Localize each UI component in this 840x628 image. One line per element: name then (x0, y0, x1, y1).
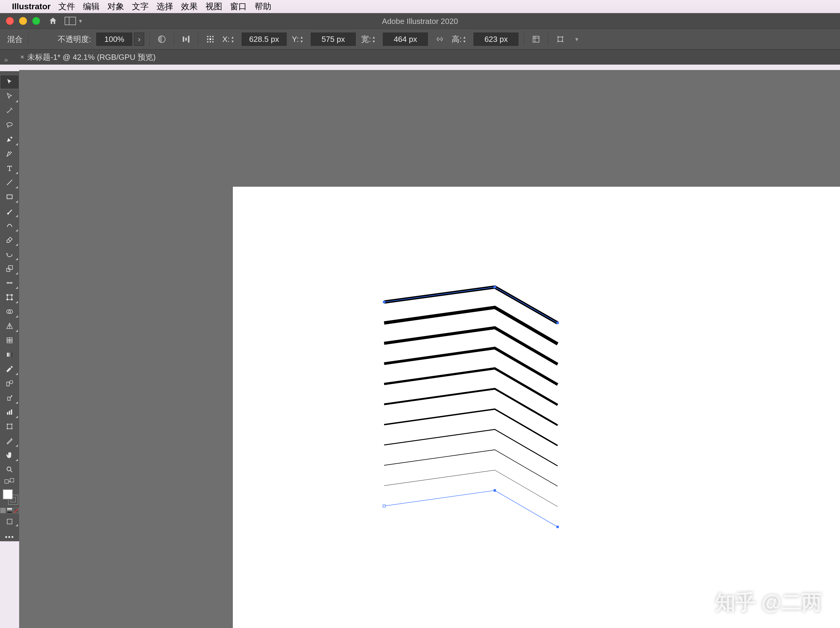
document-tab[interactable]: × 未标题-1* @ 42.1% (RGB/GPU 预览) (21, 52, 156, 63)
svg-rect-1 (183, 36, 184, 42)
recolor-icon[interactable] (155, 33, 169, 46)
svg-rect-30 (8, 397, 11, 401)
control-bar: 混合 不透明度: 100% › X: ▴▾ 628.5 px Y: ▴▾ 575… (0, 29, 840, 50)
color-mode-solid-icon[interactable] (0, 508, 6, 513)
color-mode-gradient-icon[interactable] (7, 508, 12, 513)
screen-mode-tool[interactable] (0, 516, 19, 527)
svg-point-21 (11, 294, 12, 295)
menu-view[interactable]: 视图 (205, 1, 222, 12)
shaper-tool[interactable] (0, 218, 19, 233)
h-group: 高: ▴▾ 623 px (452, 33, 518, 46)
w-stepper[interactable]: ▴▾ (373, 35, 381, 43)
home-icon[interactable] (49, 16, 57, 25)
menu-window[interactable]: 窗口 (230, 1, 247, 12)
artboard-tool[interactable] (0, 419, 19, 434)
menu-edit[interactable]: 编辑 (83, 1, 99, 12)
svg-rect-19 (7, 295, 12, 299)
eyedropper-tool[interactable] (0, 362, 19, 376)
document-tab-label: 未标题-1* @ 42.1% (RGB/GPU 预览) (27, 52, 156, 63)
gradient-tool[interactable] (0, 347, 19, 362)
width-tool[interactable] (0, 276, 19, 290)
color-mode-row[interactable] (0, 508, 19, 513)
scale-tool[interactable] (0, 261, 19, 276)
hand-tool[interactable] (0, 448, 19, 462)
curvature-tool[interactable] (0, 147, 19, 161)
svg-rect-42 (383, 505, 385, 507)
reference-point-icon[interactable] (204, 33, 217, 46)
y-stepper[interactable]: ▴▾ (301, 35, 309, 43)
rectangle-tool[interactable] (0, 189, 19, 204)
toggle-fill-stroke-icon[interactable] (0, 477, 19, 485)
free-transform-tool[interactable] (0, 290, 19, 305)
h-stepper[interactable]: ▴▾ (463, 35, 472, 43)
align-panel-icon[interactable] (180, 33, 193, 46)
watermark-text: 知乎 @二两 (715, 589, 822, 616)
x-input[interactable]: 628.5 px (242, 33, 287, 46)
line-tool[interactable] (0, 175, 19, 189)
app-title: Adobe Illustrator 2020 (382, 17, 458, 26)
symbol-sprayer-tool[interactable] (0, 391, 19, 405)
rotate-tool[interactable] (0, 247, 19, 261)
slice-tool[interactable] (0, 434, 19, 448)
transform-panel-icon[interactable] (554, 33, 567, 46)
svg-rect-38 (7, 519, 12, 524)
transform-dropdown-icon[interactable]: ▾ (575, 36, 578, 43)
window-controls (6, 17, 40, 25)
app-name-menu[interactable]: Illustrator (12, 2, 51, 11)
direct-selection-tool[interactable] (0, 89, 19, 104)
svg-rect-41 (556, 322, 559, 324)
perspective-tool[interactable] (0, 319, 19, 333)
artboard[interactable] (233, 186, 840, 628)
svg-point-15 (7, 123, 13, 126)
opacity-dropdown-icon[interactable]: › (134, 33, 144, 46)
magic-wand-tool[interactable] (0, 104, 19, 118)
h-input[interactable]: 623 px (474, 33, 518, 46)
mac-menubar: Illustrator 文件 编辑 对象 文字 选择 效果 视图 窗口 帮助 (0, 0, 840, 13)
opacity-label: 不透明度: (58, 34, 91, 44)
shape-builder-tool[interactable] (0, 305, 19, 319)
x-stepper[interactable]: ▴▾ (232, 35, 240, 43)
canvas-area[interactable] (19, 70, 840, 628)
menu-object[interactable]: 对象 (107, 1, 124, 12)
collapse-panel-icon[interactable]: » (4, 56, 8, 64)
menu-file[interactable]: 文件 (58, 1, 75, 12)
app-titlebar: ▾ Adobe Illustrator 2020 (0, 13, 840, 29)
mesh-tool[interactable] (0, 333, 19, 347)
menu-effect[interactable]: 效果 (181, 1, 198, 12)
y-input[interactable]: 575 px (311, 33, 356, 46)
w-input[interactable]: 464 px (383, 33, 428, 46)
minimize-window-button[interactable] (19, 17, 27, 25)
menu-select[interactable]: 选择 (156, 1, 173, 12)
svg-rect-27 (7, 353, 12, 357)
zoom-tool[interactable] (0, 462, 19, 477)
close-tab-icon[interactable]: × (21, 53, 24, 61)
opacity-input[interactable]: 100% (96, 33, 132, 46)
paintbrush-tool[interactable] (0, 204, 19, 218)
svg-rect-3 (188, 36, 189, 43)
color-mode-none-icon[interactable] (13, 508, 19, 513)
zoom-window-button[interactable] (32, 17, 40, 25)
x-label: X: (222, 35, 230, 44)
eraser-tool[interactable] (0, 233, 19, 247)
toolbox: ••• (0, 71, 19, 541)
pen-tool[interactable] (0, 132, 19, 147)
workspace-dropdown-icon[interactable]: ▾ (79, 17, 82, 25)
graph-tool[interactable] (0, 405, 19, 419)
svg-rect-2 (185, 38, 187, 41)
blend-tool[interactable] (0, 376, 19, 391)
menu-type[interactable]: 文字 (132, 1, 149, 12)
workspace-layout-icon[interactable] (65, 17, 76, 25)
selection-tool[interactable] (0, 75, 19, 89)
opacity-field-group[interactable]: 100% › (96, 33, 144, 46)
svg-rect-44 (556, 526, 559, 528)
svg-rect-32 (9, 411, 10, 415)
type-tool[interactable] (0, 161, 19, 175)
link-wh-icon[interactable] (433, 33, 446, 46)
isolate-icon[interactable] (529, 33, 543, 46)
menu-help[interactable]: 帮助 (254, 1, 271, 12)
close-window-button[interactable] (6, 17, 14, 25)
edit-toolbar-icon[interactable]: ••• (5, 533, 14, 541)
lasso-tool[interactable] (0, 118, 19, 132)
fill-stroke-swatch[interactable] (3, 489, 17, 503)
artwork-blend[interactable] (381, 284, 567, 529)
